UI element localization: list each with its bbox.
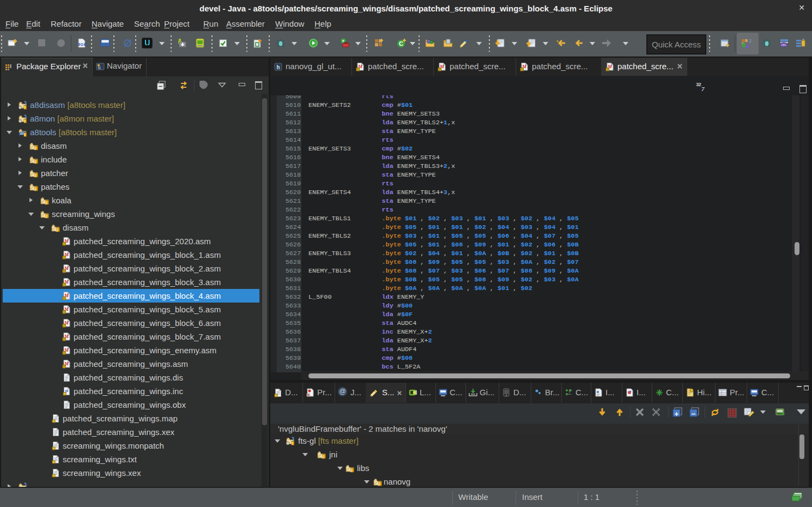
svg-text:C: C [399, 40, 403, 47]
svg-text:010: 010 [78, 42, 86, 47]
svg-text:h: h [276, 65, 280, 71]
svg-text:J: J [749, 39, 751, 44]
svg-text:<?>: <?> [781, 44, 787, 47]
